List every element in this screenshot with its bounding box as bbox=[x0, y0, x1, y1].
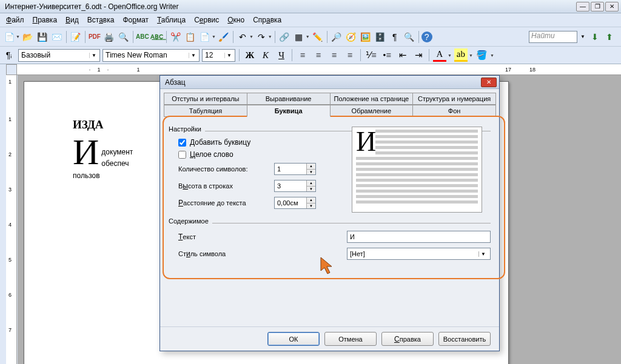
navigator-icon[interactable]: 🧭 bbox=[344, 30, 358, 44]
tab-indents[interactable]: Отступы и интервалы bbox=[164, 93, 247, 105]
spin-down-icon[interactable]: ▼ bbox=[307, 204, 315, 209]
bold-button[interactable]: Ж bbox=[243, 48, 257, 62]
highlight-button[interactable]: ab bbox=[454, 48, 468, 62]
undo-icon[interactable]: ↶ bbox=[236, 30, 249, 44]
font-name-combo[interactable]: Times New Roman▼ bbox=[102, 49, 200, 62]
lines-label: Высота в строках bbox=[178, 182, 274, 190]
char-count-input[interactable] bbox=[275, 164, 306, 174]
menu-edit[interactable]: Правка bbox=[29, 15, 61, 25]
bullet-list-button[interactable]: •≡ bbox=[380, 48, 394, 62]
paste-icon[interactable]: 📄 bbox=[198, 30, 212, 44]
ok-button[interactable]: ОК bbox=[267, 332, 320, 346]
reset-button[interactable]: Восстановить bbox=[438, 332, 491, 346]
tab-background[interactable]: Фон bbox=[412, 105, 496, 117]
tab-outline[interactable]: Структура и нумерация bbox=[412, 93, 496, 105]
format-paint-icon[interactable]: 🖌️ bbox=[217, 30, 230, 44]
save-icon[interactable]: 💾 bbox=[36, 30, 49, 44]
paragraph-style-combo[interactable]: Базовый▼ bbox=[18, 49, 100, 62]
spin-up-icon[interactable]: ▲ bbox=[307, 164, 315, 170]
cancel-button[interactable]: Отмена bbox=[324, 332, 377, 346]
align-center-button[interactable]: ≡ bbox=[312, 48, 325, 62]
numbered-list-button[interactable]: ⅟≡ bbox=[364, 48, 378, 62]
menu-insert[interactable]: Вставка bbox=[84, 15, 118, 25]
spin-down-icon[interactable]: ▼ bbox=[307, 170, 315, 175]
lines-spinner[interactable]: ▲▼ bbox=[274, 180, 316, 192]
help-button[interactable]: Справка bbox=[381, 332, 434, 346]
spin-up-icon[interactable]: ▲ bbox=[307, 197, 315, 204]
bgcolor-button[interactable]: 🪣 bbox=[475, 48, 489, 62]
char-count-label: Количество символов: bbox=[178, 165, 274, 173]
find-input[interactable]: Найти bbox=[529, 31, 577, 43]
dialog-title: Абзац bbox=[163, 78, 481, 87]
menu-format[interactable]: Формат bbox=[119, 15, 152, 25]
new-doc-icon[interactable]: 📄 bbox=[2, 30, 16, 44]
print-icon[interactable]: 🖨️ bbox=[102, 30, 116, 44]
charstyle-select[interactable]: [Нет]▼ bbox=[347, 248, 491, 260]
help-icon[interactable]: ? bbox=[421, 31, 432, 42]
menu-file[interactable]: ФФайлайл bbox=[2, 15, 28, 25]
add-dropcap-label: Добавить буквицу bbox=[190, 138, 250, 147]
gallery-icon[interactable]: 🖼️ bbox=[359, 30, 372, 44]
menu-tools[interactable]: Сервис bbox=[190, 15, 223, 25]
tab-textflow[interactable]: Положение на странице bbox=[330, 93, 414, 105]
font-color-button[interactable]: A bbox=[433, 48, 446, 62]
window-titlebar: Интернет-Университет_6.odt - OpenOffice.… bbox=[0, 0, 621, 13]
spin-up-icon[interactable]: ▲ bbox=[307, 180, 315, 187]
increase-indent-button[interactable]: ⇥ bbox=[412, 48, 425, 62]
charstyle-label: Стиль символа bbox=[178, 250, 274, 258]
align-right-button[interactable]: ≡ bbox=[327, 48, 341, 62]
decrease-indent-button[interactable]: ⇤ bbox=[396, 48, 409, 62]
styles-window-icon[interactable]: ¶ᵢ bbox=[2, 48, 16, 62]
print-preview-icon[interactable]: 🔍 bbox=[117, 30, 130, 44]
italic-button[interactable]: К bbox=[259, 48, 272, 62]
find-next-icon[interactable]: ⬇ bbox=[588, 30, 602, 44]
horizontal-ruler[interactable]: · 1 · 1 17 18 bbox=[17, 64, 621, 75]
add-dropcap-checkbox[interactable] bbox=[178, 139, 186, 147]
dialog-body: Настройки Добавить буквицу Целое слово К… bbox=[160, 117, 499, 326]
vertical-ruler[interactable]: 1 1 2 3 4 5 6 7 bbox=[6, 75, 17, 364]
ruler-corner bbox=[6, 64, 17, 75]
underline-button[interactable]: Ч bbox=[275, 48, 288, 62]
drawing-icon[interactable]: ✏️ bbox=[311, 30, 324, 44]
copy-icon[interactable]: 📋 bbox=[184, 30, 197, 44]
tab-tabstops[interactable]: Табуляция bbox=[164, 105, 247, 117]
export-pdf-icon[interactable]: PDF bbox=[88, 30, 101, 44]
lines-input[interactable] bbox=[275, 180, 306, 191]
find-icon[interactable]: 🔎 bbox=[330, 30, 343, 44]
menu-view[interactable]: Вид bbox=[62, 15, 82, 25]
table-icon[interactable]: ▦ bbox=[292, 30, 306, 44]
window-close-button[interactable]: ✕ bbox=[605, 2, 619, 12]
align-justify-button[interactable]: ≡ bbox=[343, 48, 357, 62]
window-minimize-button[interactable]: — bbox=[576, 2, 589, 12]
find-prev-icon[interactable]: ⬆ bbox=[603, 30, 616, 44]
menu-window[interactable]: Окно bbox=[224, 15, 248, 25]
window-restore-button[interactable]: ❐ bbox=[591, 2, 604, 12]
dialog-buttons: ОК Отмена Справка Восстановить bbox=[160, 326, 499, 351]
char-count-spinner[interactable]: ▲▼ bbox=[274, 163, 316, 175]
email-icon[interactable]: ✉️ bbox=[50, 30, 64, 44]
tab-alignment[interactable]: Выравнивание bbox=[247, 93, 331, 105]
datasource-icon[interactable]: 🗄️ bbox=[374, 30, 387, 44]
menu-help[interactable]: Справка bbox=[249, 15, 285, 25]
cut-icon[interactable]: ✂️ bbox=[169, 30, 183, 44]
redo-icon[interactable]: ↷ bbox=[255, 30, 268, 44]
hyperlink-icon[interactable]: 🔗 bbox=[278, 30, 291, 44]
tab-borders[interactable]: Обрамление bbox=[330, 105, 414, 117]
dialog-titlebar[interactable]: Абзац ✕ bbox=[160, 76, 499, 89]
font-size-combo[interactable]: 12▼ bbox=[202, 49, 235, 62]
whole-word-checkbox[interactable] bbox=[178, 151, 186, 159]
menu-table[interactable]: Таблица bbox=[153, 15, 189, 25]
edit-doc-icon[interactable]: 📝 bbox=[69, 30, 82, 44]
nonprinting-icon[interactable]: ¶ bbox=[388, 30, 401, 44]
tab-dropcap[interactable]: Буквица bbox=[247, 105, 331, 117]
dropcap-text-input[interactable] bbox=[347, 231, 491, 243]
open-icon[interactable]: 📂 bbox=[21, 30, 35, 44]
distance-spinner[interactable]: ▲▼ bbox=[274, 197, 316, 209]
spin-down-icon[interactable]: ▼ bbox=[307, 187, 315, 192]
spellcheck-icon[interactable]: ABC bbox=[136, 30, 149, 44]
align-left-button[interactable]: ≡ bbox=[296, 48, 309, 62]
distance-input[interactable] bbox=[275, 197, 306, 208]
dialog-close-button[interactable]: ✕ bbox=[481, 78, 497, 87]
zoom-icon[interactable]: 🔍 bbox=[403, 30, 416, 44]
autospell-icon[interactable]: A͟B͟C͟ bbox=[150, 30, 164, 44]
